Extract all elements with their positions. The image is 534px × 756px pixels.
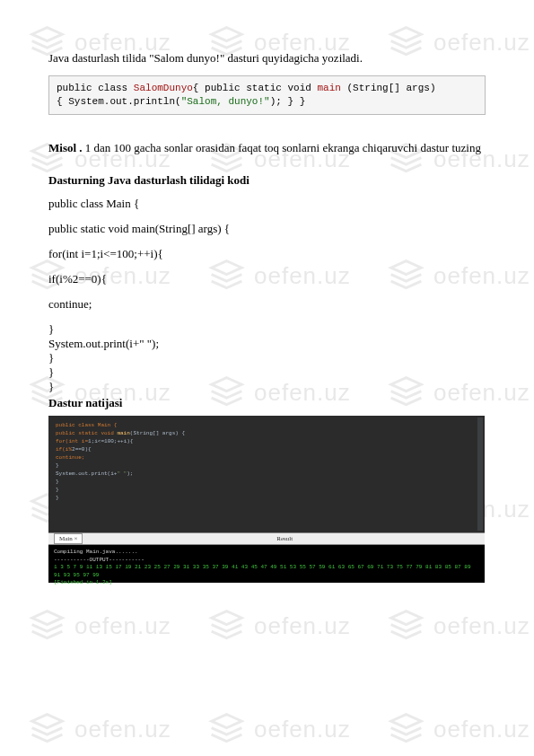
code-line: } — [48, 365, 486, 380]
ide-line: System.out.print(i+" "); — [56, 470, 477, 478]
ide-line: } — [56, 494, 477, 502]
watermark: oefen.uz — [206, 606, 351, 646]
ide-line: } — [56, 478, 477, 486]
watermark-text: oefen.uz — [254, 716, 351, 743]
console-output: 1 3 5 7 9 11 13 15 17 19 21 23 25 27 29 … — [54, 564, 479, 579]
code-line: } — [48, 380, 486, 394]
ide-line: continue; — [56, 453, 477, 462]
svg-marker-19 — [212, 715, 242, 728]
stack-icon — [386, 606, 426, 646]
stack-icon — [386, 709, 426, 750]
stack-icon — [27, 709, 67, 750]
watermark: oefen.uz — [27, 709, 171, 750]
console-line: -----------OUTPUT----------- — [54, 557, 479, 564]
ide-line: public static void main(String[] args) { — [56, 429, 477, 437]
stack-icon — [206, 709, 247, 750]
svg-marker-18 — [32, 715, 63, 728]
stack-icon — [206, 606, 247, 646]
stack-icon — [27, 606, 67, 646]
ide-line: for(int i=1;i<=100;++i){ — [56, 437, 477, 445]
watermark: oefen.uz — [386, 709, 530, 750]
watermark: oefen.uz — [206, 709, 351, 750]
ide-line: if(i%2==0){ — [56, 445, 477, 453]
ide-tab: Main × — [54, 533, 83, 544]
code-line: if(i%2==0){ — [48, 272, 486, 286]
misol-label: Misol . — [48, 141, 83, 154]
watermark-text: oefen.uz — [433, 716, 530, 743]
svg-marker-17 — [391, 611, 422, 625]
ide-screenshot: public class Main { public static void m… — [48, 416, 485, 583]
console-pane: Compiling Main.java....... -----------OU… — [48, 545, 485, 583]
code-line: } — [48, 322, 486, 337]
editor-pane: public class Main { public static void m… — [48, 416, 485, 532]
svg-marker-20 — [391, 715, 422, 728]
ide-line: } — [56, 486, 477, 494]
svg-marker-16 — [212, 611, 242, 625]
watermark-text: oefen.uz — [74, 612, 171, 640]
code-line: public class Main { — [48, 197, 486, 211]
watermark-text: oefen.uz — [433, 612, 530, 640]
ide-line: } — [56, 462, 477, 470]
code-line: public static void main(String[] args) { — [48, 222, 486, 236]
editor-scrollbar — [477, 418, 483, 531]
watermark-text: oefen.uz — [74, 716, 171, 743]
section-title: Dasturning Java dasturlash tilidagi kodi — [48, 172, 486, 189]
page-content: Java dasturlash tilida "Salom dunyo!" da… — [0, 0, 534, 610]
misol-text: 1 dan 100 gacha sonlar orasidan faqat to… — [83, 141, 481, 154]
console-line: Compiling Main.java....... — [54, 549, 479, 556]
code-sample-box: public class SalomDunyo{ public static v… — [48, 75, 486, 116]
code-line: { System.out.println("Salom, dunyo!"); }… — [57, 95, 477, 109]
watermark: oefen.uz — [386, 606, 530, 646]
code-line: for(int i=1;i<=100;++i){ — [48, 247, 486, 261]
code-line: public class SalomDunyo{ public static v… — [57, 82, 477, 95]
svg-marker-15 — [32, 611, 63, 625]
ide-tab-bar: Main × Result — [48, 532, 485, 545]
console-line: [Finished in 1.2s] — [54, 579, 479, 586]
code-line: continue; — [48, 297, 486, 312]
code-line: } — [48, 351, 486, 365]
misol-paragraph: Misol . 1 dan 100 gacha sonlar orasidan … — [48, 140, 486, 156]
watermark-text: oefen.uz — [254, 612, 351, 640]
watermark: oefen.uz — [27, 606, 171, 646]
code-line: System.out.print(i+" "); — [48, 337, 486, 351]
intro-text: Java dasturlash tilida "Salom dunyo!" da… — [48, 50, 486, 66]
ide-line: public class Main { — [56, 421, 477, 429]
result-title: Dastur natijasi — [48, 396, 486, 410]
result-label: Result — [276, 535, 293, 542]
